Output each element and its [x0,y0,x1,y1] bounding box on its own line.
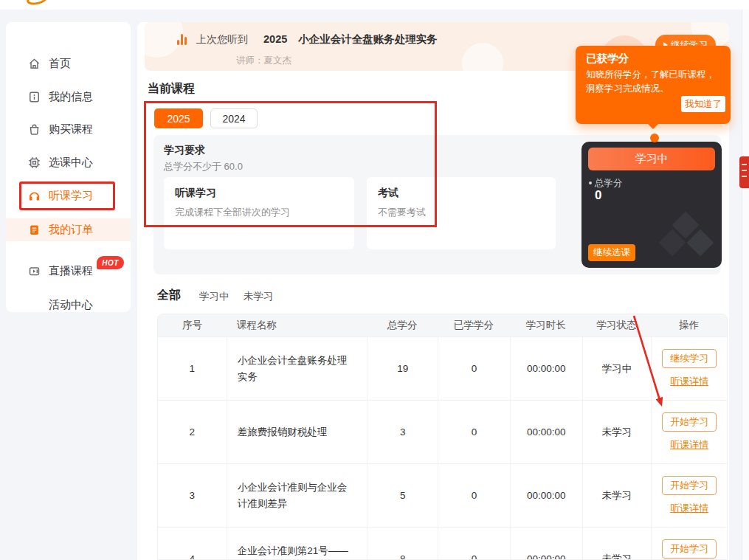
headphones-icon [28,190,41,202]
cell-duration: 00:00:00 [510,401,582,463]
course-center-icon [28,156,41,169]
col-header-total-credits: 总学分 [367,319,438,332]
cell-total-credits: 3 [367,401,438,463]
page-scrollbar[interactable] [742,10,749,560]
filter-tab-not-started[interactable]: 未学习 [244,290,274,303]
credit-status-card: DONGAO 学习中 总学分 0 继续选课 [581,142,722,268]
live-video-icon [28,265,41,277]
requirements-subtitle: 总学分不少于 60.0 [164,160,243,173]
cell-total-credits: 8 [367,528,438,560]
cell-duration: 00:00:00 [510,464,582,527]
banner-teacher: 讲师：夏文杰 [236,55,291,67]
cell-duration: 00:00:00 [510,528,582,560]
brand-logo [26,0,48,7]
sidebar-item-activity-center[interactable]: 活动中心 [6,294,131,316]
continue-study-button[interactable]: 继续学习 [662,349,717,368]
col-header-earned-credits: 已学学分 [438,319,510,332]
year-tab-2024[interactable]: 2024 [210,108,258,128]
table-row: 4 企业会计准则第21号——租赁 8 0 00:00:00 未学习 开始学习 听… [158,527,727,560]
sidebar-item-my-orders[interactable]: 我的订单 [6,218,131,241]
audio-bars-icon [177,34,187,45]
cell-status: 未学习 [582,464,652,527]
sidebar-item-label: 购买课程 [49,122,93,136]
tooltip-title: 已获学分 [586,52,629,66]
sidebar: 首页 我的信息 购买课程 选课中心 听课学习 我的订单 直播课程 活动中心 HO… [6,22,131,312]
sidebar-item-label: 选课中心 [49,156,93,170]
shopping-bag-icon [28,123,41,136]
continue-selecting-button[interactable]: 继续选课 [588,244,635,261]
col-header-status: 学习状态 [582,319,652,332]
cell-total-credits: 5 [367,464,438,527]
sidebar-item-label: 直播课程 [49,264,93,278]
cell-earned-credits: 0 [438,337,510,400]
sidebar-item-label: 听课学习 [49,189,93,203]
col-header-actions: 操作 [651,319,727,332]
col-header-index: 序号 [158,319,227,332]
table-row: 2 差旅费报销财税处理 3 0 00:00:00 未学习 开始学习 听课详情 [158,400,727,463]
credits-tooltip: 已获学分 知晓所得学分，了解已听课程，洞察学习完成情况。 我知道了 [576,46,731,124]
home-icon [28,58,41,70]
cell-course-name: 小企业会计全盘账务处理实务 [227,337,367,400]
cell-earned-credits: 0 [438,464,510,527]
cell-status: 未学习 [582,401,652,463]
banner-prefix: 上次您听到 [196,34,248,45]
course-detail-link[interactable]: 听课详情 [670,375,708,388]
year-tab-2025[interactable]: 2025 [154,108,203,128]
sidebar-item-label: 首页 [49,57,71,71]
table-row: 3 小企业会计准则与企业会计准则差异 5 0 00:00:00 未学习 开始学习… [158,463,727,527]
start-study-button[interactable]: 开始学习 [662,412,717,432]
cell-status: 未学习 [582,528,652,560]
tooltip-body: 知晓所得学分，了解已听课程，洞察学习完成情况。 [586,68,722,97]
requirements-title: 学习要求 [164,144,205,157]
profile-info-icon [28,91,41,103]
table-row: 1 小企业会计全盘账务处理实务 19 0 00:00:00 学习中 继续学习 听… [158,336,727,400]
requirement-card-listening: 听课学习 完成课程下全部讲次的学习 [164,177,354,249]
start-study-button[interactable]: 开始学习 [662,539,717,559]
cell-index: 1 [158,337,227,400]
cell-index: 4 [158,528,227,560]
cell-course-name: 差旅费报销财税处理 [227,401,367,463]
col-header-duration: 学习时长 [510,319,582,332]
cell-course-name: 小企业会计准则与企业会计准则差异 [227,464,367,527]
cell-status: 学习中 [582,337,652,400]
sidebar-item-label: 我的订单 [49,223,93,237]
sidebar-item-home[interactable]: 首页 [6,52,131,75]
sidebar-item-listen-learn[interactable]: 听课学习 [6,184,131,207]
cell-index: 3 [158,464,227,527]
course-table: 序号 课程名称 总学分 已学学分 学习时长 学习状态 操作 1 小企业会计全盘账… [157,314,728,560]
start-study-button[interactable]: 开始学习 [662,476,717,495]
tooltip-anchor-dot [650,134,659,142]
sidebar-item-buy-courses[interactable]: 购买课程 [6,118,131,140]
sidebar-item-label: 活动中心 [49,298,93,312]
course-detail-link[interactable]: 听课详情 [670,438,708,452]
requirement-card-exam: 考试 不需要考试 [367,177,556,249]
banner-course-title: 小企业会计全盘账务处理实务 [298,34,438,45]
cell-total-credits: 19 [367,337,438,400]
orders-icon [28,224,41,236]
cell-course-name: 企业会计准则第21号——租赁 [227,528,367,560]
total-credit-value: 0 [595,188,601,203]
cell-earned-credits: 0 [438,401,510,463]
cell-earned-credits: 0 [438,528,510,560]
col-header-name: 课程名称 [227,317,367,333]
cell-index: 2 [158,401,227,463]
floating-promo-widget[interactable] [739,156,749,188]
course-detail-link[interactable]: 听课详情 [670,502,708,515]
cell-duration: 00:00:00 [510,337,582,400]
hot-badge: HOT [97,256,124,269]
table-header: 序号 课程名称 总学分 已学学分 学习时长 学习状态 操作 [158,314,727,336]
status-learning-button[interactable]: 学习中 [588,148,715,170]
section-title-current-course: 当前课程 [148,81,195,97]
filter-tab-all[interactable]: 全部 [157,288,181,303]
sidebar-item-my-info[interactable]: 我的信息 [6,86,131,108]
banner-year: 2025 [263,34,287,45]
sidebar-item-label: 我的信息 [49,90,93,104]
filter-tab-learning[interactable]: 学习中 [199,290,229,303]
banner-decor [462,43,503,71]
sidebar-item-course-center[interactable]: 选课中心 [6,151,131,173]
total-credit-label: 总学分 [589,177,623,190]
tooltip-confirm-button[interactable]: 我知道了 [681,96,725,112]
top-bar [0,0,749,10]
